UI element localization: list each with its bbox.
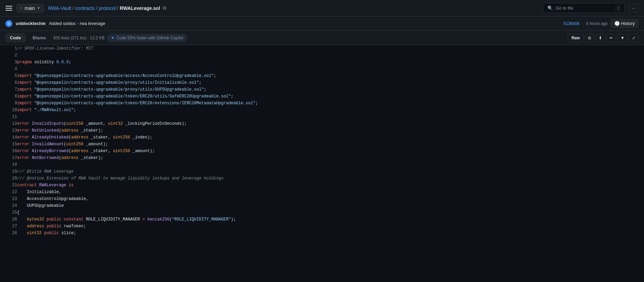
code-container: 1// SPDX-License-Identifier: MIT2 3pragm… [0, 45, 644, 237]
line-number: 8 [0, 93, 17, 100]
copy-path-icon[interactable]: ⧉ [163, 5, 166, 11]
line-content: error NotBorrowed(address _staker); [17, 155, 644, 161]
line-number: 1 [0, 45, 17, 52]
breadcrumb-repo[interactable]: RWA-Vault [48, 5, 71, 11]
search-bar[interactable]: 🔍 Go to file t [543, 3, 625, 13]
table-row: 24 UUPSUpgradeable [0, 202, 644, 209]
line-number: 26 [0, 216, 17, 223]
line-content: import "@openzeppelin/contracts-upgradea… [17, 86, 644, 93]
line-number: 13 [0, 127, 17, 134]
commit-author[interactable]: unblocktechie [16, 21, 45, 26]
table-row: 9import "@openzeppelin/contracts-upgrade… [0, 100, 644, 107]
line-number: 11 [0, 113, 17, 120]
line-content [17, 161, 644, 168]
line-number: 15 [0, 141, 17, 148]
line-content: import "./RWAVault.sol"; [17, 107, 644, 113]
line-number: 3 [0, 59, 17, 66]
breadcrumb: RWA-Vault / contracts / protocol / RWALe… [48, 5, 539, 11]
edit-button[interactable]: ✏ [606, 34, 616, 42]
history-label: History [621, 21, 635, 26]
download-button[interactable]: ⬇ [596, 34, 605, 42]
table-row: 8import "@openzeppelin/contracts-upgrade… [0, 93, 644, 100]
table-row: 20/// @notice Extension of RWA Vault to … [0, 175, 644, 182]
line-number: 19 [0, 168, 17, 175]
line-number: 23 [0, 196, 17, 202]
branch-dropdown-icon: ▼ [37, 6, 40, 10]
breadcrumb-sep-1: / [73, 5, 74, 11]
line-number: 17 [0, 155, 17, 161]
copilot-badge[interactable]: ✦ Code 55% faster with GitHub Copilot [107, 34, 187, 42]
file-toolbar-right: Raw ⧉ ⬇ ✏ ▼ ⤢ [568, 34, 639, 42]
avatar: u [5, 20, 12, 27]
line-content: address public rwaToken; [17, 223, 644, 230]
line-number: 22 [0, 189, 17, 196]
code-table: 1// SPDX-License-Identifier: MIT2 3pragm… [0, 45, 644, 237]
line-content: import "@openzeppelin/contracts-upgradea… [17, 100, 644, 107]
file-meta: 305 lines (271 loc) · 13.2 KB [53, 36, 105, 40]
commit-right: 5136b08 · 6 hours ago 🕐 History [563, 19, 639, 28]
table-row: 17error NotBorrowed(address _staker); [0, 155, 644, 161]
line-number: 20 [0, 175, 17, 182]
line-content: UUPSUpgradeable [17, 202, 644, 209]
line-content: contract RWALeverage is [17, 182, 644, 189]
copy-raw-button[interactable]: ⧉ [585, 34, 594, 42]
line-number: 9 [0, 100, 17, 107]
line-content: { [17, 209, 644, 216]
breadcrumb-protocol[interactable]: protocol [99, 5, 116, 11]
table-row: 4 [0, 66, 644, 72]
line-number: 14 [0, 134, 17, 141]
table-row: 13error NotUnlocked(address _staker); [0, 127, 644, 134]
table-row: 16error AlreadyBorrowed(address _staker,… [0, 148, 644, 155]
search-icon: 🔍 [547, 5, 553, 11]
line-content [17, 52, 644, 59]
table-row: 2 [0, 52, 644, 59]
table-row: 27 address public rwaToken; [0, 223, 644, 230]
history-icon: 🕐 [614, 21, 620, 26]
blame-tab[interactable]: Blame [28, 33, 51, 42]
line-content: error InvalidInputs(uint256 _amount, uin… [17, 120, 644, 127]
file-toolbar: Code Blame 305 lines (271 loc) · 13.2 KB… [0, 31, 644, 45]
table-row: 12error InvalidInputs(uint256 _amount, u… [0, 120, 644, 127]
table-row: 25{ [0, 209, 644, 216]
top-nav: ⑂ main ▼ RWA-Vault / contracts / protoco… [0, 0, 644, 16]
breadcrumb-sep-2: / [96, 5, 97, 11]
table-row: 23 AccessControlUpgradeable, [0, 196, 644, 202]
expand-button[interactable]: ⤢ [629, 34, 639, 42]
code-tab[interactable]: Code [5, 33, 26, 42]
branch-selector[interactable]: ⑂ main ▼ [16, 4, 44, 13]
branch-icon: ⑂ [20, 6, 23, 11]
commit-sha[interactable]: 5136b08 [563, 21, 579, 26]
table-row: 19/// @title RWA Leverage [0, 168, 644, 175]
table-row: 14error AlreadyUnstaked(address _staker,… [0, 134, 644, 141]
line-number: 21 [0, 182, 17, 189]
line-content: /// @title RWA Leverage [17, 168, 644, 175]
line-number: 28 [0, 230, 17, 237]
edit-dropdown-button[interactable]: ▼ [617, 34, 628, 42]
line-content: error AlreadyUnstaked(address _staker, u… [17, 134, 644, 141]
line-number: 25 [0, 209, 17, 216]
breadcrumb-contracts[interactable]: contracts [75, 5, 95, 11]
line-content: uint32 public slice; [17, 230, 644, 237]
raw-button[interactable]: Raw [568, 34, 584, 42]
hamburger-menu[interactable] [5, 5, 12, 12]
branch-label: main [25, 5, 35, 11]
table-row: 21contract RWALeverage is [0, 182, 644, 189]
line-number: 6 [0, 79, 17, 86]
line-content [17, 66, 644, 72]
table-row: 5import "@openzeppelin/contracts-upgrade… [0, 72, 644, 79]
commit-time: 6 hours ago [586, 21, 607, 26]
line-number: 2 [0, 52, 17, 59]
line-number: 10 [0, 107, 17, 113]
line-number: 12 [0, 120, 17, 127]
table-row: 22 Initializable, [0, 189, 644, 196]
line-content [17, 113, 644, 120]
line-number: 4 [0, 66, 17, 72]
table-row: 28 uint32 public slice; [0, 230, 644, 237]
line-content: /// @notice Extension of RWA Vault to ma… [17, 175, 644, 182]
breadcrumb-file: RWALeverage.sol [120, 5, 160, 11]
copilot-label: Code 55% faster with GitHub Copilot [116, 36, 183, 40]
line-content: AccessControlUpgradeable, [17, 196, 644, 202]
more-actions-button[interactable]: ··· [629, 4, 639, 12]
table-row: 3pragma solidity 0.8.9; [0, 59, 644, 66]
history-button[interactable]: 🕐 History [611, 19, 639, 28]
